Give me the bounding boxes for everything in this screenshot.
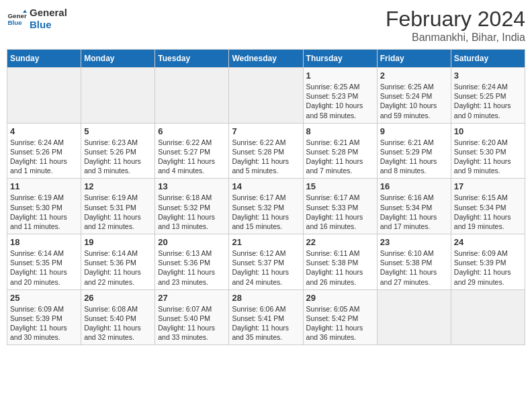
day-info: Sunrise: 6:18 AMSunset: 5:32 PMDaylight:…: [158, 193, 226, 231]
calendar-cell: 2Sunrise: 6:25 AMSunset: 5:24 PMDaylight…: [377, 68, 451, 124]
day-number: 6: [158, 126, 226, 136]
logo-icon: General Blue: [7, 9, 27, 29]
day-number: 17: [454, 181, 522, 191]
day-info: Sunrise: 6:21 AMSunset: 5:29 PMDaylight:…: [380, 138, 448, 176]
weekday-header-monday: Monday: [81, 50, 155, 68]
calendar-cell: 27Sunrise: 6:07 AMSunset: 5:40 PMDayligh…: [155, 289, 229, 345]
calendar-cell: 7Sunrise: 6:22 AMSunset: 5:28 PMDaylight…: [229, 123, 303, 179]
calendar-cell: 28Sunrise: 6:06 AMSunset: 5:41 PMDayligh…: [229, 289, 303, 345]
day-info: Sunrise: 6:25 AMSunset: 5:24 PMDaylight:…: [380, 82, 448, 120]
weekday-header-sunday: Sunday: [7, 50, 81, 68]
day-info: Sunrise: 6:08 AMSunset: 5:40 PMDaylight:…: [84, 304, 152, 342]
calendar-cell: 23Sunrise: 6:10 AMSunset: 5:38 PMDayligh…: [377, 234, 451, 290]
weekday-header-row: SundayMondayTuesdayWednesdayThursdayFrid…: [7, 50, 525, 68]
calendar-cell: 9Sunrise: 6:21 AMSunset: 5:29 PMDaylight…: [377, 123, 451, 179]
day-number: 5: [84, 126, 152, 136]
day-info: Sunrise: 6:17 AMSunset: 5:33 PMDaylight:…: [306, 193, 374, 231]
day-number: 19: [84, 237, 152, 247]
day-info: Sunrise: 6:11 AMSunset: 5:38 PMDaylight:…: [306, 248, 374, 287]
calendar-cell: 21Sunrise: 6:12 AMSunset: 5:37 PMDayligh…: [229, 234, 303, 290]
day-info: Sunrise: 6:23 AMSunset: 5:26 PMDaylight:…: [84, 138, 152, 176]
day-number: 22: [306, 237, 374, 247]
calendar-cell: 11Sunrise: 6:19 AMSunset: 5:30 PMDayligh…: [7, 179, 81, 234]
day-number: 21: [232, 237, 300, 247]
calendar-cell: [81, 68, 155, 124]
weekday-header-wednesday: Wednesday: [229, 50, 303, 68]
day-number: 7: [232, 126, 300, 136]
day-number: 8: [306, 126, 374, 136]
day-info: Sunrise: 6:06 AMSunset: 5:41 PMDaylight:…: [232, 304, 300, 342]
day-number: 24: [454, 237, 522, 247]
calendar-week-1: 1Sunrise: 6:25 AMSunset: 5:23 PMDaylight…: [7, 68, 525, 124]
day-info: Sunrise: 6:12 AMSunset: 5:37 PMDaylight:…: [232, 248, 300, 287]
day-number: 29: [306, 293, 374, 303]
calendar-cell: 13Sunrise: 6:18 AMSunset: 5:32 PMDayligh…: [155, 179, 229, 234]
page-header: General Blue General Blue February 2024 …: [7, 7, 525, 44]
calendar-cell: 10Sunrise: 6:20 AMSunset: 5:30 PMDayligh…: [451, 123, 525, 179]
weekday-header-tuesday: Tuesday: [155, 50, 229, 68]
day-info: Sunrise: 6:24 AMSunset: 5:25 PMDaylight:…: [454, 82, 522, 120]
weekday-header-thursday: Thursday: [303, 50, 377, 68]
calendar-cell: 18Sunrise: 6:14 AMSunset: 5:35 PMDayligh…: [7, 234, 81, 290]
calendar-week-2: 4Sunrise: 6:24 AMSunset: 5:26 PMDaylight…: [7, 123, 525, 179]
calendar-cell: 1Sunrise: 6:25 AMSunset: 5:23 PMDaylight…: [303, 68, 377, 124]
day-number: 23: [380, 237, 448, 247]
day-info: Sunrise: 6:24 AMSunset: 5:26 PMDaylight:…: [10, 138, 78, 176]
day-info: Sunrise: 6:07 AMSunset: 5:40 PMDaylight:…: [158, 304, 226, 342]
day-number: 3: [454, 71, 522, 81]
calendar-cell: 12Sunrise: 6:19 AMSunset: 5:31 PMDayligh…: [81, 179, 155, 234]
day-number: 20: [158, 237, 226, 247]
calendar-cell: 5Sunrise: 6:23 AMSunset: 5:26 PMDaylight…: [81, 123, 155, 179]
svg-text:General: General: [8, 12, 28, 19]
logo-text-general: General: [30, 7, 67, 19]
day-info: Sunrise: 6:14 AMSunset: 5:35 PMDaylight:…: [10, 248, 78, 287]
day-info: Sunrise: 6:19 AMSunset: 5:30 PMDaylight:…: [10, 193, 78, 231]
day-number: 11: [10, 181, 78, 191]
calendar-cell: 3Sunrise: 6:24 AMSunset: 5:25 PMDaylight…: [451, 68, 525, 124]
logo-text-blue: Blue: [30, 19, 67, 31]
day-number: 10: [454, 126, 522, 136]
day-number: 15: [306, 181, 374, 191]
calendar-cell: 22Sunrise: 6:11 AMSunset: 5:38 PMDayligh…: [303, 234, 377, 290]
calendar-table: SundayMondayTuesdayWednesdayThursdayFrid…: [7, 49, 525, 345]
day-info: Sunrise: 6:21 AMSunset: 5:28 PMDaylight:…: [306, 138, 374, 176]
title-block: February 2024 Banmankhi, Bihar, India: [386, 7, 525, 44]
day-number: 1: [306, 71, 374, 81]
calendar-cell: [7, 68, 81, 124]
day-info: Sunrise: 6:25 AMSunset: 5:23 PMDaylight:…: [306, 82, 374, 120]
day-number: 26: [84, 293, 152, 303]
calendar-cell: 15Sunrise: 6:17 AMSunset: 5:33 PMDayligh…: [303, 179, 377, 234]
day-number: 14: [232, 181, 300, 191]
day-number: 13: [158, 181, 226, 191]
weekday-header-saturday: Saturday: [451, 50, 525, 68]
calendar-cell: 16Sunrise: 6:16 AMSunset: 5:34 PMDayligh…: [377, 179, 451, 234]
day-info: Sunrise: 6:22 AMSunset: 5:27 PMDaylight:…: [158, 138, 226, 176]
logo: General Blue General Blue: [7, 7, 67, 31]
calendar-cell: 24Sunrise: 6:09 AMSunset: 5:39 PMDayligh…: [451, 234, 525, 290]
day-number: 25: [10, 293, 78, 303]
day-info: Sunrise: 6:10 AMSunset: 5:38 PMDaylight:…: [380, 248, 448, 287]
day-info: Sunrise: 6:20 AMSunset: 5:30 PMDaylight:…: [454, 138, 522, 176]
calendar-cell: 20Sunrise: 6:13 AMSunset: 5:36 PMDayligh…: [155, 234, 229, 290]
calendar-cell: 19Sunrise: 6:14 AMSunset: 5:36 PMDayligh…: [81, 234, 155, 290]
calendar-cell: 26Sunrise: 6:08 AMSunset: 5:40 PMDayligh…: [81, 289, 155, 345]
day-info: Sunrise: 6:22 AMSunset: 5:28 PMDaylight:…: [232, 138, 300, 176]
calendar-cell: 25Sunrise: 6:09 AMSunset: 5:39 PMDayligh…: [7, 289, 81, 345]
weekday-header-friday: Friday: [377, 50, 451, 68]
svg-marker-2: [23, 10, 27, 13]
calendar-cell: 29Sunrise: 6:05 AMSunset: 5:42 PMDayligh…: [303, 289, 377, 345]
calendar-subtitle: Banmankhi, Bihar, India: [386, 32, 525, 44]
svg-text:Blue: Blue: [8, 19, 23, 26]
day-info: Sunrise: 6:09 AMSunset: 5:39 PMDaylight:…: [10, 304, 78, 342]
calendar-cell: 4Sunrise: 6:24 AMSunset: 5:26 PMDaylight…: [7, 123, 81, 179]
day-number: 4: [10, 126, 78, 136]
day-info: Sunrise: 6:14 AMSunset: 5:36 PMDaylight:…: [84, 248, 152, 287]
calendar-cell: 14Sunrise: 6:17 AMSunset: 5:32 PMDayligh…: [229, 179, 303, 234]
calendar-cell: [155, 68, 229, 124]
calendar-week-5: 25Sunrise: 6:09 AMSunset: 5:39 PMDayligh…: [7, 289, 525, 345]
day-info: Sunrise: 6:05 AMSunset: 5:42 PMDaylight:…: [306, 304, 374, 342]
calendar-week-4: 18Sunrise: 6:14 AMSunset: 5:35 PMDayligh…: [7, 234, 525, 290]
day-info: Sunrise: 6:17 AMSunset: 5:32 PMDaylight:…: [232, 193, 300, 231]
calendar-week-3: 11Sunrise: 6:19 AMSunset: 5:30 PMDayligh…: [7, 179, 525, 234]
day-info: Sunrise: 6:13 AMSunset: 5:36 PMDaylight:…: [158, 248, 226, 287]
